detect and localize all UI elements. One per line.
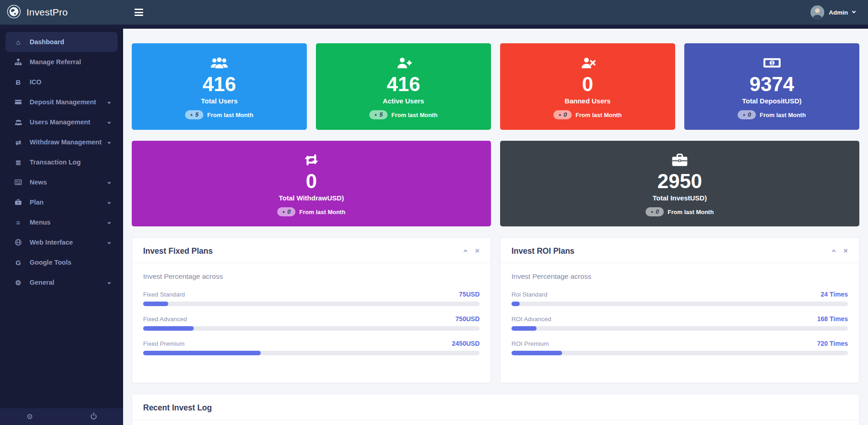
user-menu[interactable]: Admin [811, 5, 855, 19]
stat-value: 0 [306, 170, 317, 193]
panel-header: Invest Fixed Plans× [132, 238, 491, 263]
sidebar-item-label: Withdraw Management [30, 138, 102, 146]
stat-card-active-users: 416Active Users▲5From last Month [316, 43, 491, 130]
sitemap-icon [13, 58, 24, 66]
money-bill-icon: 1 [763, 55, 781, 71]
sidebar-item-label: Dashboard [30, 38, 64, 46]
top-accent-strip [0, 25, 868, 29]
sidebar-item-web-interface[interactable]: Web Interface [5, 232, 118, 252]
chevron-down-icon [108, 281, 111, 284]
sidebar-item-deposit-management[interactable]: Deposit Management [5, 92, 118, 112]
sidebar-item-google-tools[interactable]: GGoogle Tools [5, 252, 118, 272]
stat-value: 2950 [657, 170, 702, 193]
plan-row-roi-advanced: ROI Advanced168 Times [512, 315, 848, 331]
sidebar-item-label: Manage Referral [30, 58, 81, 66]
wide-cards-row: 0Total WithdrawUSD)▲0From last Month2950… [132, 141, 859, 226]
stat-label: Total DepositUSD) [742, 97, 802, 105]
stat-value: 416 [387, 73, 420, 96]
sidebar-item-plan[interactable]: Plan [5, 192, 118, 212]
stat-cards-row: 416Total Users▲5From last Month416Active… [132, 43, 859, 130]
main-content: 416Total Users▲5From last Month416Active… [123, 0, 868, 425]
plan-label: ROI Premium [512, 340, 549, 347]
plan-value: 750USD [455, 315, 480, 323]
panel-invest-roi-plans: Invest ROI Plans×Invest Percentage acros… [500, 237, 859, 383]
change-note: From last Month [300, 209, 346, 215]
settings-gear-icon[interactable]: ⚙ [26, 413, 33, 420]
users-group-icon [210, 55, 228, 71]
plan-value: 2450USD [452, 340, 480, 347]
caret-up-icon: ▲ [558, 113, 562, 117]
recent-invest-log-body [132, 420, 859, 425]
users-icon [13, 118, 24, 126]
sidebar-item-news[interactable]: News [5, 172, 118, 192]
sidebar-item-dashboard[interactable]: ⌂Dashboard [5, 32, 118, 52]
caret-up-icon: ▲ [742, 113, 746, 117]
sidebar-item-ico[interactable]: ɃICO [5, 72, 118, 92]
progress-bar [143, 326, 480, 331]
stat-label: Active Users [383, 97, 424, 105]
change-value: 5 [195, 111, 198, 118]
sidebar-item-label: Users Management [30, 118, 90, 126]
sidebar-item-withdraw-management[interactable]: ⇄Withdraw Management [5, 132, 118, 152]
panel-invest-fixed-plans: Invest Fixed Plans×Invest Percentage acr… [132, 237, 491, 383]
sidebar-item-menus[interactable]: ≡Menus [5, 212, 118, 232]
stat-label: Total InvestUSD) [653, 194, 707, 202]
close-icon[interactable]: × [475, 247, 480, 255]
swap-icon [302, 152, 320, 168]
caret-up-icon: ▲ [650, 210, 654, 214]
stat-card-total-investusd: 2950Total InvestUSD)▲0From last Month [500, 141, 859, 226]
newspaper-icon [13, 179, 24, 186]
bitcoin-icon: Ƀ [13, 79, 24, 86]
stat-label: Total WithdrawUSD) [279, 194, 344, 202]
close-icon[interactable]: × [843, 247, 848, 255]
stat-label: Banned Users [565, 97, 611, 105]
stat-change-badge: ▲0From last Month [553, 110, 621, 119]
user-plus-icon [395, 55, 412, 71]
stat-change-badge: ▲0From last Month [738, 110, 806, 119]
plan-label: Roi Standard [512, 291, 548, 298]
top-navbar: InvestPro Admin [0, 0, 868, 25]
stat-value: 9374 [749, 73, 794, 96]
globe-icon [13, 239, 24, 246]
avatar [811, 5, 824, 19]
chevron-down-icon [108, 100, 111, 103]
sidebar-item-label: ICO [30, 78, 41, 86]
collapse-icon[interactable] [832, 249, 836, 253]
plan-row-fixed-standard: Fixed Standard75USD [143, 291, 480, 306]
exchange-icon: ⇄ [13, 139, 24, 146]
caret-up-icon: ▲ [190, 113, 193, 117]
sidebar-item-users-management[interactable]: Users Management [5, 112, 118, 132]
sidebar-item-label: News [30, 179, 47, 186]
briefcase-lg-icon [671, 152, 688, 168]
plan-label: ROI Advanced [512, 316, 551, 323]
chevron-down-icon [108, 140, 111, 143]
stat-change-badge: ▲0From last Month [646, 207, 713, 216]
sidebar-item-label: Deposit Management [30, 98, 96, 106]
sidebar-item-manage-referral[interactable]: Manage Referral [5, 52, 118, 72]
recent-invest-log-panel: Recent Invest Log [132, 394, 859, 425]
chevron-down-icon [108, 200, 111, 204]
brand-link[interactable]: InvestPro [0, 5, 123, 20]
progress-bar [512, 351, 848, 355]
plan-row-fixed-premium: Fixed Premium2450USD [143, 340, 480, 355]
stat-label: Total Users [201, 97, 238, 105]
sidebar-item-label: Transaction Log [30, 159, 81, 166]
sidebar-item-transaction-log[interactable]: ≣Transaction Log [5, 152, 118, 172]
plan-label: Fixed Premium [143, 340, 185, 347]
sidebar-menu: ⌂DashboardManage ReferralɃICODeposit Man… [0, 25, 123, 292]
plan-label: Fixed Advanced [143, 316, 187, 323]
briefcase-icon [13, 199, 24, 206]
stat-card-total-withdrawusd: 0Total WithdrawUSD)▲0From last Month [132, 141, 491, 226]
plan-panels-row: Invest Fixed Plans×Invest Percentage acr… [132, 237, 859, 383]
panel-title: Invest ROI Plans [512, 246, 574, 256]
stat-card-total-depositusd: 19374Total DepositUSD)▲0From last Month [684, 43, 859, 130]
sidebar-item-general[interactable]: ⚙General [5, 272, 118, 292]
sidebar-toggle-button[interactable] [134, 9, 143, 16]
power-icon[interactable] [91, 414, 97, 420]
change-note: From last Month [576, 112, 622, 118]
collapse-icon[interactable] [464, 249, 467, 253]
change-note: From last Month [760, 112, 806, 118]
stat-value: 0 [582, 73, 593, 96]
user-name: Admin [829, 9, 848, 16]
sidebar-footer: ⚙ [0, 408, 123, 425]
